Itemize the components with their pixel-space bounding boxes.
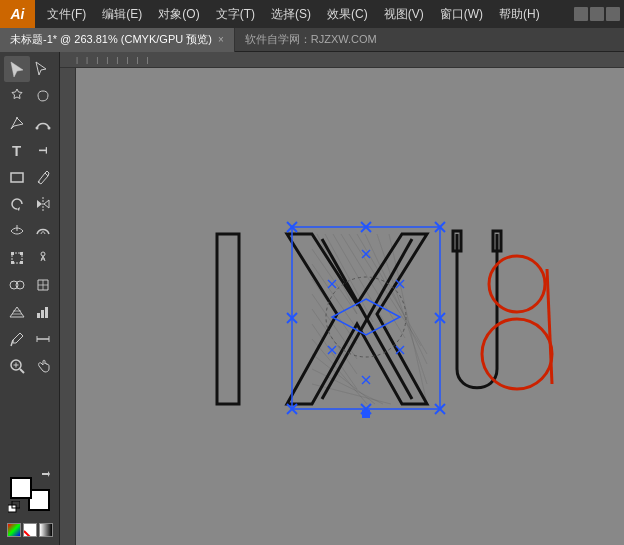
none-fill-icon[interactable] <box>23 523 37 537</box>
menu-text[interactable]: 文字(T) <box>208 0 263 28</box>
main-area: T T <box>0 52 624 545</box>
canvas-content <box>90 82 624 545</box>
tool-row-3 <box>2 110 58 136</box>
svg-line-27 <box>365 234 427 364</box>
canvas-area[interactable]: | | | | | | | | <box>60 52 624 545</box>
tab-bar: 未标题-1* @ 263.81% (CMYK/GPU 预览) × 软件自学网：R… <box>0 28 624 52</box>
tool-row-11 <box>2 326 58 352</box>
fill-stroke-area <box>8 469 52 513</box>
measure-tool[interactable] <box>30 326 56 352</box>
ruler-mark: | <box>106 55 108 64</box>
bar-graph-tool[interactable] <box>30 299 56 325</box>
ruler-left <box>60 68 76 545</box>
rectangle-tool[interactable] <box>4 164 30 190</box>
hand-tool[interactable] <box>30 353 56 379</box>
tool-row-6 <box>2 191 58 217</box>
menu-window[interactable]: 窗口(W) <box>432 0 491 28</box>
tool-row-9 <box>2 272 58 298</box>
tool-row-7 <box>2 218 58 244</box>
tool-row-10 <box>2 299 58 325</box>
svg-rect-5 <box>11 252 14 255</box>
inner-handle-5 <box>362 376 370 384</box>
ruler-top: | | | | | | | | <box>60 52 624 68</box>
tool-row-8 <box>2 245 58 271</box>
pen-tool[interactable] <box>4 110 30 136</box>
direct-selection-tool[interactable] <box>30 56 56 82</box>
ruler-mark: | <box>116 55 118 64</box>
tab-label: 未标题-1* @ 263.81% (CMYK/GPU 预览) <box>10 32 212 47</box>
close-button[interactable] <box>606 7 620 21</box>
active-tab[interactable]: 未标题-1* @ 263.81% (CMYK/GPU 预览) × <box>0 28 235 52</box>
artwork-svg <box>157 154 557 474</box>
color-area <box>7 469 53 545</box>
live-paint-tool[interactable] <box>30 272 56 298</box>
artwork <box>157 144 557 484</box>
menu-edit[interactable]: 编辑(E) <box>94 0 150 28</box>
letter-U <box>453 231 501 388</box>
color-fill-icon[interactable] <box>7 523 21 537</box>
ruler-mark: | <box>136 55 138 64</box>
minimize-button[interactable] <box>574 7 588 21</box>
menu-select[interactable]: 选择(S) <box>263 0 319 28</box>
app-logo: Ai <box>0 0 35 28</box>
tool-row-5 <box>2 164 58 190</box>
svg-point-1 <box>35 127 38 130</box>
number-8 <box>482 256 552 389</box>
lasso-tool[interactable] <box>30 83 56 109</box>
menu-help[interactable]: 帮助(H) <box>491 0 548 28</box>
selection-tool[interactable] <box>4 56 30 82</box>
curvature-tool[interactable] <box>30 110 56 136</box>
tab-close-button[interactable]: × <box>218 34 224 45</box>
svg-rect-12 <box>37 313 40 318</box>
letter-X-group <box>287 222 445 418</box>
puppet-warp-tool[interactable] <box>30 245 56 271</box>
zoom-tool[interactable] <box>4 353 30 379</box>
ruler-mark: | <box>96 55 98 64</box>
letter-I <box>217 234 239 404</box>
default-colors-icon[interactable] <box>8 501 20 513</box>
width-tool[interactable] <box>4 218 30 244</box>
menu-file[interactable]: 文件(F) <box>39 0 94 28</box>
type-tool[interactable]: T <box>4 137 30 163</box>
svg-rect-14 <box>45 307 48 318</box>
reflect-tool[interactable] <box>30 191 56 217</box>
ruler-mark: | <box>147 55 149 64</box>
inner-handle-1 <box>328 280 336 288</box>
magic-wand-tool[interactable] <box>4 83 30 109</box>
svg-rect-8 <box>20 261 23 264</box>
ruler-mark: | <box>86 55 88 64</box>
tool-row-2 <box>2 83 58 109</box>
svg-rect-6 <box>20 252 23 255</box>
menu-object[interactable]: 对象(O) <box>150 0 207 28</box>
svg-rect-71 <box>362 410 370 418</box>
fill-type-row <box>7 523 53 537</box>
menu-effect[interactable]: 效果(C) <box>319 0 376 28</box>
warp-tool[interactable] <box>30 218 56 244</box>
svg-rect-3 <box>11 173 23 182</box>
menu-bar: 文件(F) 编辑(E) 对象(O) 文字(T) 选择(S) 效果(C) 视图(V… <box>35 0 574 28</box>
site-info: 软件自学网：RJZXW.COM <box>235 32 387 47</box>
ruler-mark: | <box>126 55 128 64</box>
perspective-grid-tool[interactable] <box>4 299 30 325</box>
gradient-fill-icon[interactable] <box>39 523 53 537</box>
tool-row-4: T T <box>2 137 58 163</box>
pencil-tool[interactable] <box>30 164 56 190</box>
menu-view[interactable]: 视图(V) <box>376 0 432 28</box>
eyedropper-tool[interactable] <box>4 326 30 352</box>
rotate-tool[interactable] <box>4 191 30 217</box>
svg-point-2 <box>47 127 50 130</box>
maximize-button[interactable] <box>590 7 604 21</box>
vertical-type-tool[interactable]: T <box>30 137 56 163</box>
tool-row-12 <box>2 353 58 379</box>
fill-color-box[interactable] <box>10 477 32 499</box>
svg-rect-13 <box>41 310 44 318</box>
svg-rect-7 <box>11 261 14 264</box>
shape-builder-tool[interactable] <box>4 272 30 298</box>
toolbar: T T <box>0 52 60 545</box>
svg-line-21 <box>317 234 357 314</box>
svg-point-0 <box>16 117 18 119</box>
free-transform-tool[interactable] <box>4 245 30 271</box>
swap-colors-icon[interactable] <box>40 469 52 481</box>
svg-point-9 <box>41 252 45 256</box>
svg-point-77 <box>482 319 552 389</box>
